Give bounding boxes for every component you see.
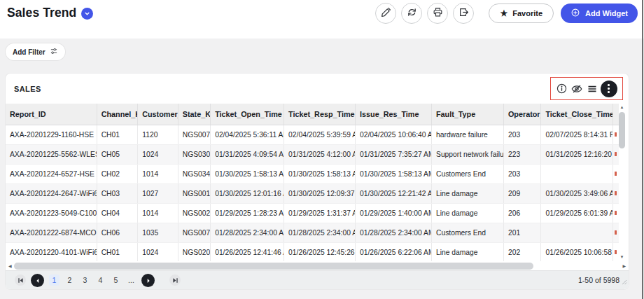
page-button-5[interactable]: 5 xyxy=(111,274,121,286)
add-filter-button[interactable]: Add Filter xyxy=(6,43,65,60)
column-header-issue-res-time[interactable]: Issue_Res_Time xyxy=(356,104,432,125)
column-header-channel-key[interactable]: Channel_Key xyxy=(97,104,138,125)
refresh-button[interactable] xyxy=(401,3,422,24)
info-icon[interactable] xyxy=(556,83,568,95)
resize-handle-icon[interactable] xyxy=(622,275,627,288)
table-cell: AXA-20201225-5562-WLESS xyxy=(6,144,97,164)
eye-icon[interactable] xyxy=(570,83,583,95)
table-cell: CH01 xyxy=(97,125,138,144)
page-title: Sales Trend xyxy=(7,6,76,20)
vertical-scrollbar[interactable]: ▲ ▼ xyxy=(617,105,626,259)
table-cell: 01/28/2025 2:34:00 AM xyxy=(211,223,284,242)
vertical-scroll-thumb[interactable] xyxy=(619,112,625,148)
table-cell: Line damage xyxy=(432,203,504,223)
page-button-4[interactable]: 4 xyxy=(95,274,106,286)
table-cell: 201 xyxy=(503,223,540,242)
column-header-report-id[interactable]: Report_ID xyxy=(6,104,97,125)
top-bar: Sales Trend ★ Favorite xyxy=(0,0,644,39)
table-cell: 01/29/2025 1:40:00 AM xyxy=(356,203,432,223)
previous-icon xyxy=(35,275,41,286)
next-page-button[interactable] xyxy=(141,274,155,287)
table-cell: NGS020 xyxy=(178,242,210,261)
print-button[interactable] xyxy=(427,3,448,24)
export-button[interactable] xyxy=(453,3,474,24)
table-row[interactable]: AXA-20201224-6527-HSECH021014NGS03401/30… xyxy=(6,164,619,183)
column-header-customer-[interactable]: Customer_... xyxy=(138,104,178,125)
header-actions: ★ Favorite Add Widget xyxy=(375,3,638,24)
table-cell: 1035 xyxy=(138,223,178,242)
favorite-button[interactable]: ★ Favorite xyxy=(489,4,554,23)
edit-button[interactable] xyxy=(375,3,396,24)
table-cell: NGS001 xyxy=(178,183,210,203)
table-cell: 1024 xyxy=(138,242,178,261)
window-edge xyxy=(642,0,643,299)
table-row[interactable]: AXA-20201220-4101-WiFi6CH011024NGS02001/… xyxy=(6,242,619,261)
export-icon xyxy=(458,7,469,20)
row-range-label: 1-50 of 5998 xyxy=(578,276,620,284)
scroll-left-icon[interactable]: ◀ xyxy=(8,263,12,268)
table-cell: 01/31/2025 12:16:20 PM xyxy=(541,144,613,164)
table-cell: AXA-20201224-2647-WiFi6 xyxy=(6,183,97,203)
scroll-right-icon[interactable]: ▶ xyxy=(622,263,626,268)
content-area: Add Filter SALES Report_IDChannel_KeyCus… xyxy=(0,39,644,299)
menu-icon[interactable] xyxy=(587,83,598,95)
table-head: Report_IDChannel_KeyCustomer_...State_Ke… xyxy=(6,104,619,125)
horizontal-scroll-thumb[interactable] xyxy=(14,263,533,270)
table-cell: CH02 xyxy=(97,164,138,183)
table-cell: 01/31/2025 4:12:00 AM xyxy=(284,144,356,164)
page-button-1[interactable]: 1 xyxy=(49,274,59,286)
table-row[interactable]: AXA-20201229-1160-HSECH011120NGS00702/04… xyxy=(6,125,619,144)
table-cell: 01/30/2025 3:49:06 AM xyxy=(541,183,613,203)
table-cell: AXA-20201220-4101-WiFi6 xyxy=(6,242,97,261)
widget-header: SALES xyxy=(6,74,629,104)
add-filter-label: Add Filter xyxy=(13,48,46,56)
table-row[interactable]: AXA-20201222-6874-MCONCH061035NGS00701/2… xyxy=(6,223,619,242)
page-ellipsis[interactable]: ... xyxy=(126,274,136,286)
table-cell: Customers End xyxy=(432,223,504,242)
table-cell xyxy=(541,164,613,183)
column-header-ticket-close-time[interactable]: Ticket_Close_Time xyxy=(541,104,613,125)
skip-first-icon xyxy=(18,275,24,286)
sales-widget-card: SALES Report_IDChannel_KeyCustomer_...St… xyxy=(6,74,629,289)
table-cell xyxy=(541,223,613,242)
first-page-button[interactable] xyxy=(15,274,26,286)
table-cell: 01/26/2025 12:41:46 AM xyxy=(211,242,284,261)
add-widget-button[interactable]: Add Widget xyxy=(561,4,638,23)
truncated-text-fragment xyxy=(615,230,617,235)
table-cell: 1027 xyxy=(138,183,178,203)
table-cell: AXA-20201222-6874-MCON xyxy=(6,223,97,242)
column-header-state-key[interactable]: State_Key xyxy=(178,104,210,125)
table-cell: 01/30/2025 12:09:37 AM xyxy=(284,183,356,203)
page-button-2[interactable]: 2 xyxy=(64,274,75,286)
table-cell: 1024 xyxy=(138,144,178,164)
star-icon: ★ xyxy=(500,9,507,18)
truncated-text-fragment xyxy=(615,172,617,176)
previous-page-button[interactable] xyxy=(31,274,44,287)
scroll-up-icon[interactable]: ▲ xyxy=(617,105,626,109)
table-cell: 01/29/2025 1:28:23 AM xyxy=(211,203,284,223)
horizontal-scrollbar[interactable]: ◀ ▶ xyxy=(7,262,627,270)
table-cell: 01/30/2025 1:58:13 AM xyxy=(284,164,356,183)
page-button-3[interactable]: 3 xyxy=(80,274,90,286)
column-header-ticket-open-time[interactable]: Ticket_Open_Time xyxy=(211,104,284,125)
kebab-menu-icon[interactable] xyxy=(601,81,617,97)
scroll-down-icon[interactable]: ▼ xyxy=(617,255,626,259)
table-cell: 01/30/2025 1:58:13 AM xyxy=(356,164,432,183)
table-cell: CH04 xyxy=(97,203,138,223)
column-header-operator-id[interactable]: Operator_ID xyxy=(503,104,540,125)
column-header-ticket-resp-time[interactable]: Ticket_Resp_Time xyxy=(284,104,356,125)
table-cell: Line damage xyxy=(432,183,504,203)
sales-table: Report_IDChannel_KeyCustomer_...State_Ke… xyxy=(6,104,619,261)
table-row[interactable]: AXA-20201223-5049-C100CH041014NGS00201/2… xyxy=(6,203,619,223)
table-cell: 1014 xyxy=(138,164,178,183)
table-row[interactable]: AXA-20201225-5562-WLESSCH051024NGS03001/… xyxy=(6,144,619,164)
column-header-fault-type[interactable]: Fault_Type xyxy=(432,104,504,125)
table-cell: 203 xyxy=(503,164,540,183)
table-row[interactable]: AXA-20201224-2647-WiFi6CH031027NGS00101/… xyxy=(6,183,619,203)
last-page-button[interactable] xyxy=(169,274,181,286)
chevron-down-icon[interactable] xyxy=(81,8,93,20)
table-cell: 203 xyxy=(503,125,540,144)
truncated-text-fragment xyxy=(615,132,617,137)
table-cell: 02/04/2025 5:36:11 AM xyxy=(211,125,284,144)
table-cell: AXA-20201224-6527-HSE xyxy=(6,164,97,183)
